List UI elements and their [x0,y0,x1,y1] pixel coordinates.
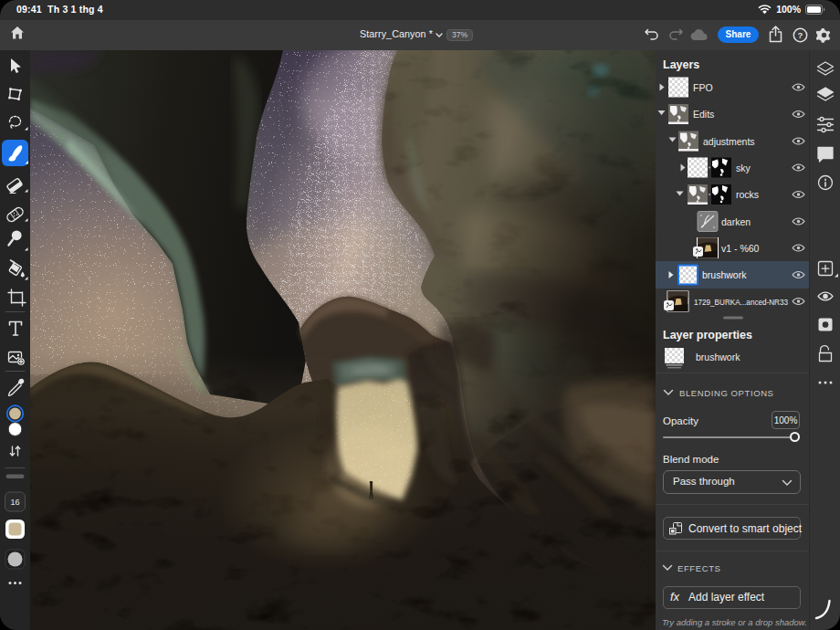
svg-text:rocks: rocks [736,189,759,200]
svg-text:Edits: Edits [693,109,714,120]
svg-text:brushwork: brushwork [696,352,740,362]
svg-text:adjustments: adjustments [703,136,755,147]
svg-text:darken: darken [721,216,751,227]
svg-text:16: 16 [10,498,19,507]
svg-text:brushwork: brushwork [702,269,747,280]
svg-text:sky: sky [736,163,751,173]
svg-text:FPO: FPO [693,82,713,93]
svg-text:v1 - %60: v1 - %60 [721,243,760,254]
svg-text:1729_BURKA...anced-NR33: 1729_BURKA...anced-NR33 [694,297,788,307]
svg-text:?: ? [798,30,803,40]
